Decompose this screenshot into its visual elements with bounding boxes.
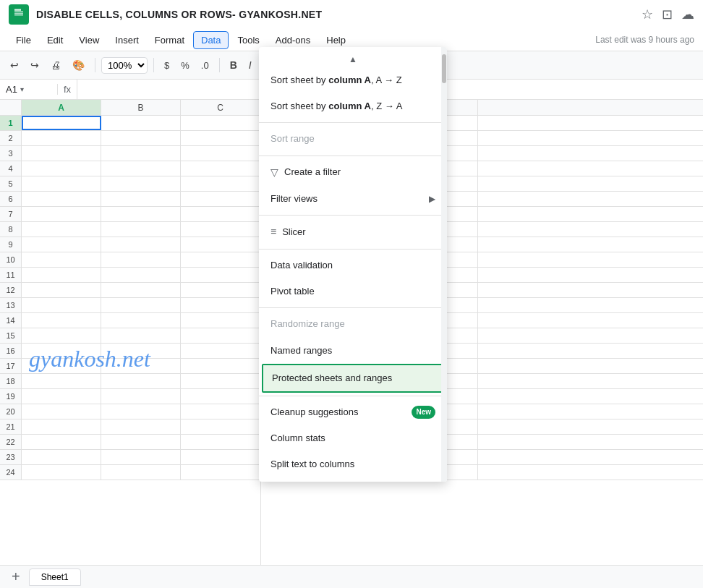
cell[interactable] <box>101 222 181 237</box>
redo-button[interactable]: ↪ <box>26 56 43 74</box>
cell[interactable] <box>101 359 181 373</box>
cell-reference-box[interactable]: A1 ▾ <box>0 84 58 95</box>
font-bold-button[interactable]: B <box>226 56 242 74</box>
percent-button[interactable]: % <box>176 57 194 74</box>
menu-item-named-ranges[interactable]: Named ranges <box>259 338 447 364</box>
cell[interactable] <box>22 298 101 312</box>
cell[interactable] <box>101 146 181 161</box>
cell[interactable] <box>101 131 181 145</box>
cell[interactable] <box>181 419 260 434</box>
cell[interactable] <box>181 207 260 221</box>
cell[interactable] <box>22 116 101 130</box>
cell[interactable] <box>181 389 260 404</box>
cell[interactable] <box>181 298 260 312</box>
col-header-c[interactable]: C <box>181 100 260 115</box>
cell[interactable] <box>181 116 260 130</box>
menu-view[interactable]: View <box>72 32 106 48</box>
cell[interactable] <box>22 313 101 328</box>
cell[interactable] <box>22 374 101 388</box>
cell[interactable] <box>22 252 101 267</box>
menu-item-pivot-table[interactable]: Pivot table <box>259 278 447 304</box>
cell[interactable] <box>181 268 260 282</box>
menu-file[interactable]: File <box>9 32 38 48</box>
cell[interactable] <box>22 222 101 237</box>
cell[interactable] <box>22 344 101 358</box>
cell[interactable] <box>22 465 101 480</box>
scroll-up-button[interactable]: ▲ <box>259 51 447 67</box>
cell[interactable] <box>101 435 181 449</box>
menu-item-data-validation[interactable]: Data validation <box>259 252 447 278</box>
menu-item-slicer[interactable]: ≡ Slicer <box>259 218 447 246</box>
cell[interactable] <box>101 176 181 191</box>
cell[interactable] <box>101 465 181 480</box>
cell[interactable] <box>22 192 101 206</box>
cell[interactable] <box>101 389 181 404</box>
cell[interactable] <box>101 298 181 312</box>
cell[interactable] <box>101 450 181 464</box>
cell[interactable] <box>22 283 101 297</box>
menu-item-sort-za[interactable]: Sort sheet by column A, Z → A <box>259 93 447 119</box>
menu-edit[interactable]: Edit <box>40 32 70 48</box>
cell[interactable] <box>22 131 101 145</box>
cell[interactable] <box>22 389 101 404</box>
cell[interactable] <box>181 146 260 161</box>
sheet-tab-1[interactable]: Sheet1 <box>29 568 81 586</box>
cell[interactable] <box>22 435 101 449</box>
menu-insert[interactable]: Insert <box>108 32 146 48</box>
cell[interactable] <box>181 161 260 176</box>
add-sheet-button[interactable]: + <box>6 568 26 585</box>
cell[interactable] <box>22 404 101 419</box>
cell[interactable] <box>181 283 260 297</box>
cell[interactable] <box>101 419 181 434</box>
cell[interactable] <box>101 404 181 419</box>
cell[interactable] <box>181 176 260 191</box>
menu-addons[interactable]: Add-ons <box>268 32 318 48</box>
cell[interactable] <box>22 450 101 464</box>
folder-icon[interactable]: ⊡ <box>662 7 673 22</box>
cell[interactable] <box>101 192 181 206</box>
menu-tools[interactable]: Tools <box>230 32 266 48</box>
cell[interactable] <box>101 237 181 252</box>
menu-format[interactable]: Format <box>148 32 192 48</box>
menu-item-cleanup[interactable]: Cleanup suggestions New <box>259 399 447 425</box>
menu-item-protected-sheets[interactable]: Protected sheets and ranges <box>262 364 444 393</box>
cell[interactable] <box>181 450 260 464</box>
star-icon[interactable]: ☆ <box>642 7 653 22</box>
cell[interactable] <box>22 207 101 221</box>
col-header-b[interactable]: B <box>101 100 181 115</box>
cell[interactable] <box>22 328 101 343</box>
cell[interactable] <box>181 344 260 358</box>
cell[interactable] <box>101 252 181 267</box>
cell[interactable] <box>181 192 260 206</box>
decimal-button[interactable]: .0 <box>197 57 213 74</box>
menu-item-sort-az[interactable]: Sort sheet by column A, A → Z <box>259 67 447 93</box>
cell[interactable] <box>101 344 181 358</box>
cell[interactable] <box>181 237 260 252</box>
cell[interactable] <box>22 237 101 252</box>
print-button[interactable]: 🖨 <box>46 56 65 74</box>
cell[interactable] <box>181 328 260 343</box>
cell[interactable] <box>181 313 260 328</box>
undo-button[interactable]: ↩ <box>6 56 23 74</box>
cell[interactable] <box>181 404 260 419</box>
cell[interactable] <box>101 328 181 343</box>
cell[interactable] <box>22 419 101 434</box>
font-italic-button[interactable]: I <box>244 56 256 74</box>
cell[interactable] <box>181 435 260 449</box>
cell[interactable] <box>101 161 181 176</box>
cell[interactable] <box>22 268 101 282</box>
cell[interactable] <box>181 465 260 480</box>
zoom-select[interactable]: 100% <box>101 57 148 74</box>
menu-item-filter-views[interactable]: Filter views ▶ <box>259 186 447 212</box>
menu-item-column-stats[interactable]: Column stats <box>259 425 447 451</box>
cell[interactable] <box>101 116 181 130</box>
cell[interactable] <box>181 222 260 237</box>
cell[interactable] <box>101 374 181 388</box>
currency-button[interactable]: $ <box>160 57 174 74</box>
paint-format-button[interactable]: 🎨 <box>68 56 89 74</box>
menu-item-split-text[interactable]: Split text to columns <box>259 451 447 477</box>
cell[interactable] <box>22 176 101 191</box>
cell[interactable] <box>101 268 181 282</box>
cell[interactable] <box>22 359 101 373</box>
cell[interactable] <box>101 207 181 221</box>
